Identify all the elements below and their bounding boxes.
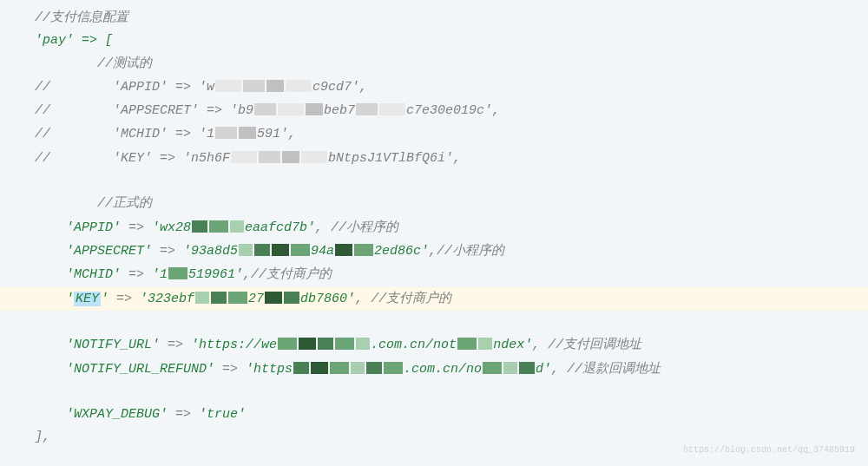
array-key: 'pay' => [ [35,33,113,48]
code-line: 'APPID' => 'wx28eaafcd7b', //小程序的 [35,216,833,240]
code-line: // 'MCHID' => '1591', [35,122,833,146]
redacted-region [482,358,536,380]
commented-code: // 'APPSECRET' => 'b9 [35,103,253,118]
code-line: //测试的 [35,53,833,75]
commented-code: // 'APPID' => 'w [35,80,214,95]
redacted-region [230,147,328,169]
config-key: 'APPID' [66,220,121,235]
code-line: // 'APPID' => 'wc9cd7', [35,75,833,99]
config-key: 'WXPAY_DEBUG' [66,407,168,422]
empty-line [35,311,833,333]
redacted-region [457,333,493,356]
code-line: 'WXPAY_DEBUG' => 'true' [35,404,833,426]
comment-text: //测试的 [97,56,152,71]
redacted-region [264,287,300,310]
comment-text: //支付信息配置 [35,10,128,25]
redacted-region [194,287,248,310]
code-line: // 'KEY' => 'n5h6FbNtpsJ1VTlBfQ6i', [35,147,833,170]
redacted-region [293,358,404,380]
code-line: 'pay' => [ [35,30,833,52]
redacted-region [238,240,311,262]
config-key: 'NOTIFY_URL_REFUND' [66,362,214,377]
code-line: 'NOTIFY_URL_REFUND' => 'https.com.cn/nod… [35,358,833,381]
code-line: 'NOTIFY_URL' => 'https://we.com.cn/notnd… [35,333,833,357]
empty-line [35,170,833,193]
redacted-region [168,263,188,286]
code-line: //支付信息配置 [35,7,833,30]
redacted-region [277,333,371,356]
config-key: 'APPSECRET' [66,244,152,259]
close-bracket: ], [35,430,50,444]
code-line: // 'APPSECRET' => 'b9beb7c7e30e019c', [35,99,833,122]
config-key: 'MCHID' [66,267,121,282]
commented-code: // 'MCHID' => '1 [35,128,214,142]
redacted-region [355,99,406,121]
empty-line [35,381,833,404]
redacted-region [214,75,312,98]
redacted-region [214,122,257,145]
config-key: 'KEY' [66,292,108,306]
watermark-text: https://blog.csdn.net/qq_37485919 [683,443,855,458]
redacted-region [253,99,324,121]
code-line: //正式的 [35,193,833,215]
redacted-region [191,216,245,239]
code-block: //支付信息配置 'pay' => [ //测试的 // 'APPID' => … [0,7,868,450]
redacted-region [334,240,374,262]
code-line: 'APPSECRET' => '93a8d594a2ed86c',//小程序的 [35,240,833,263]
comment-text: //正式的 [97,196,152,211]
config-key: 'NOTIFY_URL' [66,338,160,352]
code-line-highlighted: 'KEY' => '323ebf27db7860', //支付商户的 [0,287,868,311]
code-line: 'MCHID' => '1519961',//支付商户的 [35,263,833,286]
commented-code: // 'KEY' => 'n5h6F [35,151,230,166]
